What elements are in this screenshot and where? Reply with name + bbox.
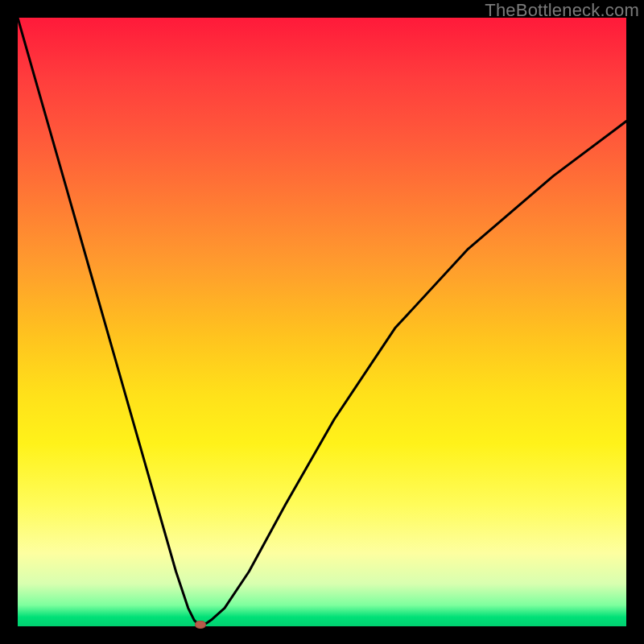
chart-frame: TheBottleneck.com — [0, 0, 644, 644]
curve-svg — [18, 18, 626, 626]
optimal-point-marker — [195, 621, 206, 629]
plot-area — [18, 18, 626, 626]
bottleneck-curve — [18, 18, 626, 626]
